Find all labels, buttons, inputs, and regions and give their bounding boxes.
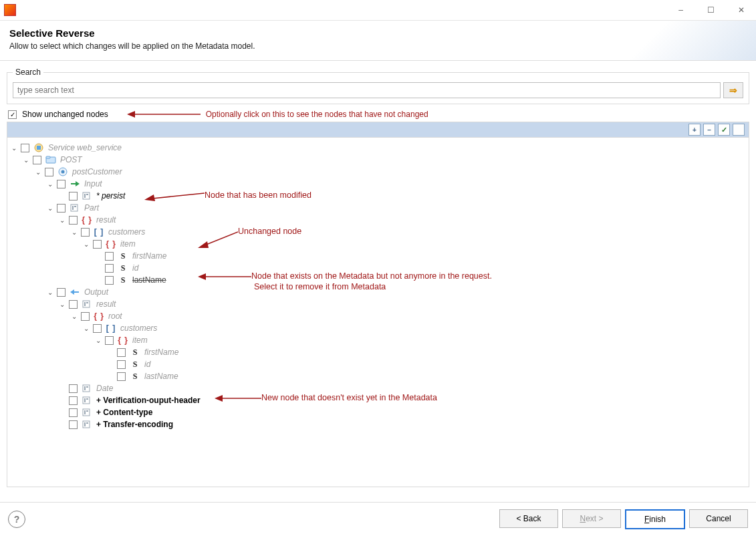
tree-checkbox[interactable] — [45, 168, 53, 176]
tree-node-label: Date — [96, 384, 113, 393]
tree-node-label: firstName — [132, 251, 166, 261]
search-fieldset: Search ⇒ — [7, 68, 749, 104]
close-button[interactable]: ✕ — [726, 0, 756, 20]
maximize-button[interactable]: ☐ — [696, 0, 726, 20]
collapse-icon[interactable]: ⌄ — [34, 168, 42, 176]
search-legend: Search — [13, 68, 43, 77]
tree-checkbox[interactable] — [33, 156, 41, 164]
show-unchanged-toggle[interactable]: Show unchanged nodes Optionally click on… — [7, 107, 749, 122]
collapse-icon[interactable]: ⌄ — [46, 288, 54, 296]
tree-row[interactable]: Sid — [10, 358, 746, 370]
tree-checkbox[interactable] — [81, 228, 90, 237]
tree-checkbox[interactable] — [69, 216, 78, 225]
S-icon: S — [118, 251, 128, 261]
collapse-icon[interactable]: ⌄ — [58, 300, 66, 308]
tree-node-label: POST — [60, 155, 82, 164]
tree-row[interactable]: Date — [10, 382, 746, 394]
tree-row[interactable]: ⌄{ }item — [10, 334, 746, 346]
tree-row[interactable]: + Content-type — [10, 406, 746, 418]
tree-checkbox[interactable] — [105, 276, 114, 285]
tree-row[interactable]: ⌄Part — [10, 202, 746, 214]
minimize-button[interactable]: – — [666, 0, 696, 20]
show-unchanged-checkbox[interactable] — [8, 110, 17, 119]
tree-row[interactable]: Sid — [10, 262, 746, 274]
back-button[interactable]: < Back — [499, 509, 558, 528]
tree-checkbox[interactable] — [69, 396, 78, 405]
tree-checkbox[interactable] — [105, 336, 114, 345]
collapse-icon[interactable]: ⌄ — [82, 324, 90, 332]
tree-node-label: Part — [84, 203, 99, 213]
tree-checkbox[interactable] — [69, 192, 78, 200]
tree-checkbox[interactable] — [69, 408, 78, 417]
tree-node-label: Input — [84, 179, 102, 188]
tree-checkbox[interactable] — [21, 144, 29, 152]
tree-node-label: postCustomer — [72, 167, 122, 176]
collapse-icon[interactable]: ⌄ — [82, 240, 90, 248]
tree-row[interactable]: + Verification-ouput-header — [10, 394, 746, 406]
S-icon: S — [118, 275, 128, 285]
tree-checkbox[interactable] — [117, 348, 126, 357]
tree-checkbox[interactable] — [69, 300, 78, 309]
collapse-icon[interactable]: ⌄ — [10, 144, 18, 152]
tree-checkbox[interactable] — [117, 372, 126, 381]
tree-row[interactable]: ⌄Input — [10, 178, 746, 190]
tree-checkbox[interactable] — [57, 180, 66, 188]
tree-checkbox[interactable] — [69, 384, 78, 393]
search-input[interactable] — [13, 82, 721, 98]
tree-row[interactable]: ⌄result — [10, 298, 746, 310]
tree-row[interactable]: ⌄POST — [10, 154, 746, 166]
search-go-button[interactable]: ⇒ — [723, 82, 743, 98]
collapse-icon[interactable]: ⌄ — [70, 228, 78, 236]
help-button[interactable]: ? — [8, 511, 25, 528]
deselect-all-button[interactable] — [733, 124, 745, 136]
expand-all-button[interactable]: + — [688, 124, 701, 136]
svg-point-7 — [61, 170, 65, 174]
tree-checkbox[interactable] — [57, 288, 66, 297]
brackets-icon: [ ] — [106, 323, 116, 333]
tree-checkbox[interactable] — [93, 240, 102, 249]
collapse-icon[interactable]: ⌄ — [46, 204, 54, 212]
tree-row[interactable]: SlastName — [10, 370, 746, 382]
tree-checkbox[interactable] — [105, 264, 114, 273]
tree-row[interactable]: ⌄Output — [10, 286, 746, 298]
collapse-icon[interactable]: ⌄ — [46, 180, 54, 188]
help-icon: ? — [14, 514, 20, 525]
tree-row[interactable]: * persist — [10, 190, 746, 202]
collapse-icon[interactable]: ⌄ — [22, 156, 30, 164]
tree-row[interactable]: SfirstName — [10, 346, 746, 358]
tree-node-label: id — [132, 263, 138, 273]
tree[interactable]: ⌄Service web_service⌄POST⌄postCustomer⌄I… — [7, 137, 749, 487]
page-subtitle: Allow to select which changes will be ap… — [9, 41, 747, 51]
cancel-button[interactable]: Cancel — [689, 509, 748, 528]
tree-row[interactable]: ⌄{ }item — [10, 238, 746, 250]
tree-node-label: Output — [84, 287, 108, 297]
tree-checkbox[interactable] — [69, 420, 78, 429]
tree-checkbox[interactable] — [81, 312, 90, 321]
tree-checkbox[interactable] — [57, 204, 66, 213]
tree-row[interactable]: ⌄{ }result — [10, 214, 746, 226]
tree-row[interactable]: ⌄{ }root — [10, 310, 746, 322]
tree-row[interactable]: SlastName — [10, 274, 746, 286]
tree-checkbox[interactable] — [93, 324, 102, 333]
select-all-button[interactable] — [718, 124, 730, 136]
tree-row[interactable]: ⌄Service web_service — [10, 142, 746, 154]
collapse-icon[interactable]: ⌄ — [70, 312, 78, 320]
svg-marker-8 — [76, 181, 80, 186]
param-icon — [82, 190, 92, 201]
collapse-icon[interactable]: ⌄ — [58, 216, 66, 224]
param-icon — [70, 203, 80, 213]
tree-checkbox[interactable] — [105, 252, 114, 261]
svg-rect-23 — [84, 398, 86, 402]
next-button[interactable]: Next > — [562, 509, 621, 528]
tree-row[interactable]: + Transfer-encoding — [10, 418, 746, 430]
tree-checkbox[interactable] — [117, 360, 126, 369]
tree-row[interactable]: ⌄postCustomer — [10, 166, 746, 178]
collapse-all-button[interactable]: – — [703, 124, 715, 136]
svg-rect-25 — [83, 409, 90, 416]
finish-button[interactable]: Finish — [625, 509, 685, 529]
tree-row[interactable]: SfirstName — [10, 250, 746, 262]
tree-row[interactable]: ⌄[ ]customers — [10, 226, 746, 238]
tree-row[interactable]: ⌄[ ]customers — [10, 322, 746, 334]
toggle-spacer — [58, 408, 66, 416]
collapse-icon[interactable]: ⌄ — [94, 336, 102, 344]
